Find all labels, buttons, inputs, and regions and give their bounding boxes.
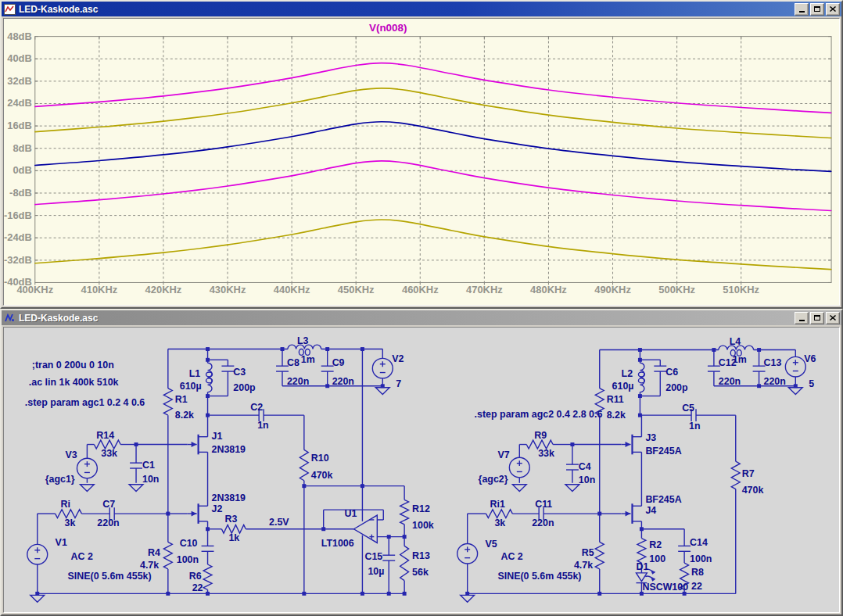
resistor-R9	[526, 440, 553, 449]
resistor-R1	[163, 389, 172, 415]
resistor-R6	[203, 564, 212, 589]
component-label: C1	[142, 460, 155, 471]
component-label: AC 2	[500, 551, 522, 562]
voltage-source-V5	[457, 543, 478, 564]
x-tick-label: 480KHz	[530, 284, 567, 295]
schematic-titlebar[interactable]: LED-Kaskode.asc	[2, 310, 841, 325]
component-label: D1	[636, 561, 648, 572]
component-label: Ri	[61, 499, 70, 510]
waveform-plot-area[interactable]: 48dB40dB32dB24dB16dB8dB0dB-8dB-16dB-24dB…	[3, 18, 840, 306]
component-label: J4	[645, 505, 656, 516]
component-label: BF245A	[645, 494, 681, 505]
y-tick-label: 0dB	[13, 164, 31, 176]
waveform-plot-canvas[interactable]: 48dB40dB32dB24dB16dB8dB0dB-8dB-16dB-24dB…	[4, 19, 839, 305]
component-label: L1	[189, 368, 201, 379]
waveform-window-controls	[795, 3, 840, 16]
component-label: L3	[297, 335, 309, 346]
schematic-window-title: LED-Kaskode.asc	[19, 313, 98, 324]
x-tick-label: 490KHz	[594, 284, 631, 295]
y-tick-label: -16dB	[4, 210, 32, 221]
component-label: 33k	[101, 448, 117, 459]
maximize-button[interactable]	[810, 3, 824, 16]
resistor-R7	[731, 461, 740, 489]
component-label: C5	[682, 403, 694, 414]
component-label: V6	[804, 353, 816, 364]
component-label: R12	[412, 503, 430, 514]
component-label: J2	[212, 503, 223, 514]
component-label: C3	[233, 367, 246, 378]
voltage-source-V7	[509, 457, 529, 478]
close-icon	[830, 315, 836, 321]
schematic-canvas[interactable]: R18.2kL1610µC3200pL31mC8220nC9220nV27C21…	[4, 328, 839, 612]
component-label: 220n	[332, 376, 354, 387]
component-label: 3k	[65, 518, 76, 528]
component-label: 100k	[412, 520, 434, 531]
schematic-area[interactable]: R18.2kL1610µC3200pL31mC8220nC9220nV27C21…	[3, 327, 840, 613]
x-tick-label: 460KHz	[402, 284, 439, 295]
component-label: Ri1	[490, 499, 505, 510]
component-label: C8	[287, 357, 300, 368]
component-label: R7	[742, 468, 755, 479]
ground-icon	[129, 485, 143, 492]
component-label: 10n	[142, 474, 159, 485]
component-label: V1	[56, 537, 67, 548]
resistor-R5	[595, 542, 604, 568]
x-tick-label: 450KHz	[338, 284, 375, 295]
voltage-source-V1	[27, 544, 48, 564]
minimize-button[interactable]	[795, 312, 809, 324]
component-label: 10µ	[368, 566, 384, 577]
component-label: 220n	[287, 376, 309, 387]
component-label: R3	[224, 514, 237, 525]
ground-icon	[80, 485, 94, 492]
component-label: LT1006	[321, 538, 354, 549]
component-label: 7	[396, 378, 401, 389]
waveform-titlebar[interactable]: LED-Kaskode.asc	[2, 2, 841, 16]
minimize-icon	[799, 320, 805, 321]
component-label: AC 2	[71, 551, 93, 562]
spice-directive: .step param agc1 0.2 4 0.6	[25, 397, 145, 408]
resistor-R12	[400, 500, 409, 524]
component-label: R13	[412, 550, 430, 561]
ground-icon	[30, 595, 45, 602]
minimize-button[interactable]	[795, 3, 809, 16]
maximize-button[interactable]	[810, 312, 824, 324]
component-label: R8	[691, 567, 704, 578]
component-label: 100n	[690, 553, 712, 564]
component-label: V2	[392, 353, 404, 364]
component-label: 220n	[764, 376, 786, 387]
close-button[interactable]	[826, 312, 840, 324]
x-tick-label: 440KHz	[274, 284, 310, 295]
ground-icon	[788, 388, 802, 395]
resistor-R10	[300, 449, 308, 480]
component-label: R5	[582, 547, 594, 558]
component-label: R2	[649, 539, 662, 550]
resistor-R14	[94, 440, 120, 449]
schematic-labels: R18.2kL1610µC3200pL31mC8220nC9220nV27C21…	[25, 335, 816, 594]
component-label: 100	[649, 553, 665, 564]
x-tick-label: 430KHz	[210, 284, 246, 295]
inductor-L2	[640, 363, 644, 392]
component-label: 470k	[742, 485, 764, 496]
component-label: 4.7k	[140, 560, 159, 571]
component-label: C9	[332, 357, 345, 368]
schematic-window-controls	[795, 312, 840, 324]
resistor-R3	[221, 525, 246, 533]
component-label: 610µ	[612, 381, 634, 392]
component-label: 200p	[665, 382, 688, 393]
component-label: J1	[212, 431, 223, 442]
component-label: R11	[607, 394, 624, 405]
component-label: 100n	[177, 554, 199, 565]
component-label: {agc2}	[479, 474, 508, 485]
component-label: C15	[364, 551, 382, 562]
y-tick-label: -8dB	[9, 187, 32, 199]
spice-directive: ;tran 0 200u 0 10n	[32, 360, 114, 371]
component-label: 8.2k	[607, 410, 626, 421]
component-label: 200p	[233, 382, 256, 393]
y-tick-label: -32dB	[4, 254, 32, 266]
trace-4	[35, 161, 831, 211]
voltage-source-V2	[372, 358, 393, 378]
component-label: 8.2k	[175, 410, 194, 421]
close-button[interactable]	[826, 3, 840, 16]
component-label: 220n	[532, 518, 554, 528]
component-label: 1n	[257, 420, 269, 431]
